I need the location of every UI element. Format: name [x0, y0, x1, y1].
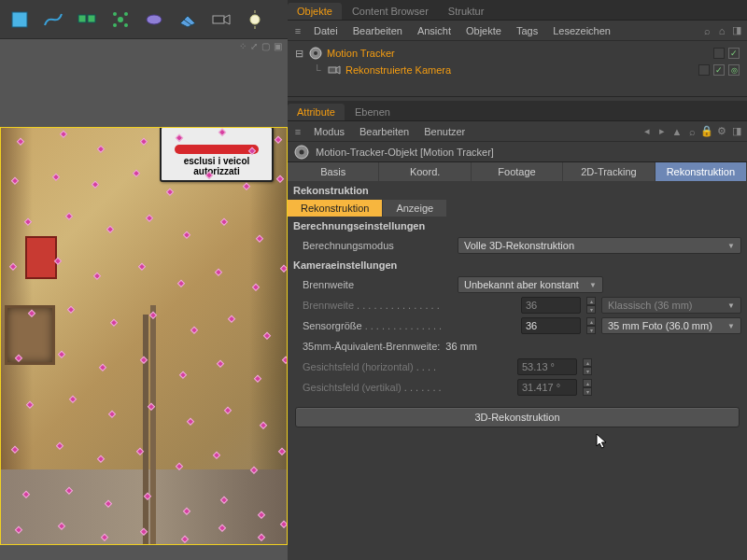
- attr-tab-koord[interactable]: Koord.: [379, 162, 471, 181]
- select-sensor-preset[interactable]: 35 mm Foto (36.0 mm)▼: [601, 317, 741, 334]
- object-tree[interactable]: ⊟ Motion Tracker ✓ └ Rekonstruierte Kame…: [288, 41, 747, 97]
- select-focal-mode[interactable]: Unbekannt aber konstant▼: [458, 276, 603, 293]
- input-sensor[interactable]: 36: [521, 317, 581, 334]
- row-fov-h: Gesichtsfeld (horizontal) . . . . 53.13 …: [288, 357, 747, 377]
- menu-datei[interactable]: Datei: [308, 25, 344, 36]
- tab-ebenen[interactable]: Ebenen: [345, 104, 400, 120]
- dots-icon[interactable]: ⁘: [239, 41, 247, 52]
- svg-point-7: [124, 23, 128, 27]
- tool-camera[interactable]: [205, 4, 237, 35]
- hamburger-icon[interactable]: ≡: [291, 125, 304, 138]
- sub-tab-anzeige[interactable]: Anzeige: [383, 200, 447, 217]
- tree-row-motion-tracker[interactable]: ⊟ Motion Tracker ✓: [289, 45, 745, 62]
- enable-toggle-icon[interactable]: ✓: [713, 64, 725, 76]
- right-pane: Objekte Content Browser Struktur ≡ Datei…: [288, 0, 747, 560]
- svg-point-8: [147, 15, 162, 24]
- label-calc-mode: Berechnungsmodus: [303, 240, 452, 251]
- tool-array[interactable]: [71, 4, 103, 35]
- enable-toggle-icon[interactable]: ✓: [728, 48, 740, 59]
- group-calc: Berechnungseinstellungen: [288, 217, 747, 235]
- attr-manager-tabs: Attribute Ebenen: [288, 101, 747, 121]
- label-fov-h: Gesichtsfeld (horizontal): [303, 361, 414, 372]
- svg-rect-0: [12, 12, 27, 27]
- label-sensor: Sensorgröße: [303, 320, 362, 331]
- sub-tab-rekon[interactable]: Rekonstruktion: [288, 200, 383, 217]
- gear-icon[interactable]: ⚙: [715, 125, 728, 138]
- menu-objekte[interactable]: Objekte: [460, 25, 507, 36]
- tool-spline[interactable]: [37, 4, 69, 35]
- tool-deformer[interactable]: [138, 4, 170, 35]
- vis-toggle-icon[interactable]: [713, 48, 725, 59]
- input-fov-h: 53.13 °: [517, 358, 577, 375]
- lock-icon[interactable]: 🔒: [700, 125, 713, 138]
- tab-attribute[interactable]: Attribute: [288, 104, 345, 120]
- menu-modus[interactable]: Modus: [308, 126, 350, 137]
- obj-label[interactable]: Rekonstruierte Kamera: [345, 64, 451, 76]
- tool-light[interactable]: [239, 4, 271, 35]
- spinner: ▴▾: [583, 358, 592, 375]
- attr-object-header: Motion-Tracker-Objekt [Motion Tracker]: [288, 142, 747, 162]
- tool-cube[interactable]: [4, 4, 35, 35]
- attr-header-label: Motion-Tracker-Objekt [Motion Tracker]: [316, 147, 494, 158]
- svg-rect-16: [329, 67, 336, 73]
- toolbar: [0, 0, 288, 39]
- svg-point-5: [124, 12, 128, 16]
- spinner: ▴▾: [586, 297, 596, 314]
- menu-bearbeiten[interactable]: Bearbeiten: [347, 25, 408, 36]
- menu-benutzer[interactable]: Benutzer: [418, 126, 471, 137]
- group-camera: Kameraeinstellungen: [288, 256, 747, 274]
- hamburger-icon[interactable]: ≡: [291, 24, 304, 37]
- obj-label[interactable]: Motion Tracker: [327, 48, 395, 59]
- up-icon[interactable]: ▲: [670, 125, 684, 138]
- attr-tab-footage[interactable]: Footage: [472, 162, 563, 181]
- spinner[interactable]: ▴▾: [586, 317, 596, 334]
- attr-tabs: Basis Koord. Footage 2D-Tracking Rekonst…: [288, 162, 747, 181]
- viewport[interactable]: esclusi i veicol autorizzati: [0, 127, 288, 545]
- scene-red-box: [25, 236, 57, 279]
- row-calc-mode: Berechnungsmodus Volle 3D-Rekonstruktion…: [288, 235, 747, 256]
- svg-point-11: [250, 15, 260, 24]
- vis-toggle-icon[interactable]: [698, 64, 710, 76]
- target-icon[interactable]: ◎: [728, 64, 740, 76]
- viewport-pane: ⁘ ⤢ ▢ ▣ esclusi i veicol autorizzati: [0, 0, 288, 560]
- tool-cloner[interactable]: [105, 4, 136, 35]
- attr-menubar: ≡ Modus Bearbeiten Benutzer ◂ ▸ ▲ ⌕ 🔒 ⚙ …: [288, 121, 747, 142]
- attr-tab-basis[interactable]: Basis: [288, 162, 379, 181]
- fwd-icon[interactable]: ▸: [655, 125, 669, 138]
- row-equiv: 35mm-Äquivalent-Brennweite: 36 mm: [288, 336, 747, 357]
- label-focal: Brennweite: [303, 300, 354, 311]
- svg-point-3: [118, 17, 123, 22]
- tab-objekte[interactable]: Objekte: [288, 3, 342, 20]
- search2-icon[interactable]: ⌕: [685, 125, 698, 138]
- home-icon[interactable]: ⌂: [715, 24, 728, 37]
- search-icon[interactable]: ⌕: [700, 24, 713, 37]
- tab-struktur[interactable]: Struktur: [439, 3, 494, 20]
- attr-tab-2d[interactable]: 2D-Tracking: [563, 162, 655, 181]
- back-icon[interactable]: ◂: [641, 125, 654, 138]
- menu-lesezeichen[interactable]: Lesezeichen: [547, 25, 616, 36]
- popout2-icon[interactable]: ◨: [730, 125, 743, 138]
- svg-rect-1: [78, 15, 86, 22]
- tree-row-camera[interactable]: └ Rekonstruierte Kamera ✓ ◎: [289, 62, 745, 78]
- expand-icon[interactable]: ⤢: [250, 41, 258, 52]
- menu-tags[interactable]: Tags: [511, 25, 543, 36]
- popout-icon[interactable]: ◨: [730, 24, 743, 37]
- expander-icon[interactable]: ⊟: [293, 48, 304, 60]
- tool-floor[interactable]: [172, 4, 204, 35]
- tab-content-browser[interactable]: Content Browser: [343, 3, 438, 20]
- square-icon[interactable]: ▢: [261, 41, 270, 52]
- square2-icon[interactable]: ▣: [274, 41, 282, 52]
- svg-rect-2: [88, 15, 95, 22]
- button-3d-rekon[interactable]: 3D-Rekonstruktion: [295, 407, 740, 427]
- attr-tab-rekon[interactable]: Rekonstruktion: [655, 162, 747, 181]
- select-calc-mode[interactable]: Volle 3D-Rekonstruktion▼: [458, 237, 741, 254]
- row-focal-value: Brennweite . . . . . . . . . . . . . . .…: [288, 295, 747, 315]
- input-fov-v: 31.417 °: [517, 379, 577, 396]
- obj-manager-menubar: ≡ Datei Bearbeiten Ansicht Objekte Tags …: [288, 21, 747, 41]
- value-equiv: 36 mm: [445, 341, 477, 352]
- menu-ansicht[interactable]: Ansicht: [412, 25, 457, 36]
- section-title: Rekonstruktion: [288, 181, 747, 200]
- label-focal-mode: Brennweite: [303, 279, 452, 290]
- menu-bearbeiten2[interactable]: Bearbeiten: [354, 126, 415, 137]
- svg-point-6: [113, 23, 117, 27]
